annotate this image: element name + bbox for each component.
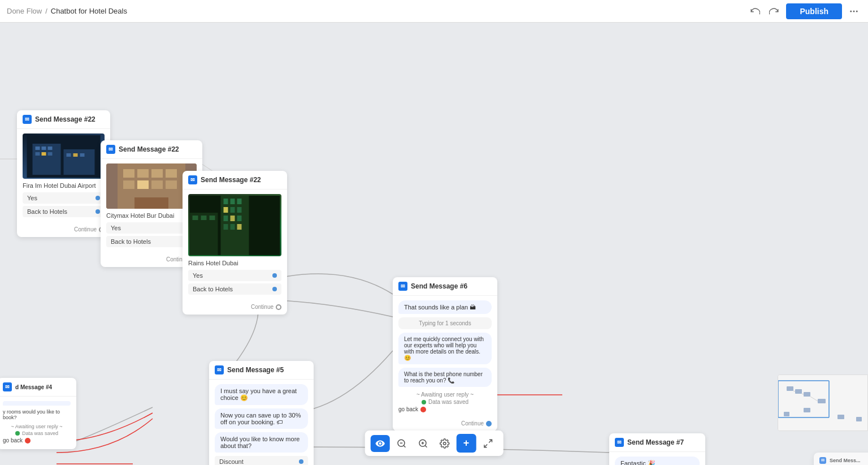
message-2-6: Let me quickly connect you with our expe… (398, 333, 492, 364)
node-header-5: ✉ Send Message #5 (209, 361, 314, 380)
svg-rect-21 (137, 169, 149, 178)
go-back-button-6[interactable]: go back (398, 405, 492, 414)
node-header: ✉ d Message #4 (0, 378, 76, 397)
hotel-building-svg (23, 135, 105, 178)
undo-button[interactable] (748, 4, 762, 19)
svg-line-61 (403, 445, 405, 447)
node-send-message-4: ✉ d Message #4 y rooms would you like to… (0, 378, 76, 449)
green-dot-icon (15, 431, 20, 436)
minimap (778, 374, 868, 431)
discount-button-5[interactable]: Discount (215, 456, 308, 465)
svg-rect-46 (210, 216, 215, 220)
msg5-3: Would you like to know more about that? (215, 432, 308, 453)
more-options-button[interactable] (847, 4, 861, 19)
svg-rect-45 (201, 216, 207, 220)
svg-rect-31 (224, 199, 228, 204)
node-sub-message: y rooms would you like to book? (3, 409, 71, 420)
yes-button-1[interactable]: Yes (23, 192, 105, 204)
continue-dot-6 (486, 421, 492, 427)
node-header-22-3: ✉ Send Message #22 (183, 171, 287, 190)
continue-label-6: Continue (461, 420, 484, 427)
yes-button-3[interactable]: Yes (188, 270, 281, 281)
node-send-message-5: ✉ Send Message #5 I must say you have a … (209, 361, 314, 465)
svg-rect-22 (151, 169, 163, 178)
node-send-message-22-3: ✉ Send Message #22 (183, 171, 287, 315)
svg-rect-25 (137, 180, 149, 189)
view-button[interactable] (371, 435, 390, 452)
svg-rect-11 (48, 147, 53, 150)
canvas[interactable]: ✉ d Message #4 y rooms would you like to… (0, 23, 868, 465)
partial-node-icon: ✉ (819, 457, 826, 464)
node-title: d Message #4 (15, 384, 52, 390)
data-saved-dot-6 (422, 400, 426, 404)
svg-line-64 (425, 445, 427, 447)
node-title-5: Send Message #5 (227, 366, 284, 374)
svg-rect-33 (237, 199, 242, 204)
go-back-dot-icon (25, 438, 31, 444)
back-to-hotels-button-3[interactable]: Back to Hotels (188, 283, 281, 295)
redo-button[interactable] (767, 4, 782, 19)
data-saved-label-6: Data was saved (428, 399, 468, 405)
svg-rect-55 (856, 417, 862, 421)
continue-label-3: Continue (251, 304, 274, 310)
node-icon-6: ✉ (398, 282, 407, 291)
node-icon-22-1: ✉ (23, 115, 32, 124)
hotel-image-1 (23, 134, 105, 179)
svg-rect-34 (224, 207, 228, 213)
node-send-message-partial: ✉ Send Mess... (814, 453, 868, 465)
svg-rect-16 (73, 153, 78, 157)
svg-point-2 (856, 10, 858, 12)
node-icon-22-3: ✉ (188, 175, 197, 184)
back-to-hotels-button-1[interactable]: Back to Hotels (23, 206, 105, 217)
svg-rect-15 (67, 153, 71, 157)
node-header-6: ✉ Send Message #6 (393, 277, 497, 296)
node-footer-6: Continue (393, 418, 497, 431)
expand-button[interactable] (478, 435, 497, 452)
add-node-button[interactable]: + (457, 434, 476, 453)
hotel-building-svg-3 (188, 196, 281, 255)
svg-rect-35 (231, 207, 235, 213)
node-header-7: ✉ Send Message #7 (609, 433, 705, 452)
continue-label-1: Continue (74, 226, 97, 232)
svg-rect-53 (784, 412, 789, 416)
message-3-6: What is the best phone number to reach y… (398, 368, 492, 387)
svg-rect-49 (795, 389, 802, 394)
svg-rect-24 (123, 180, 134, 189)
settings-button[interactable] (435, 435, 454, 452)
publish-button[interactable]: Publish (786, 3, 842, 19)
node-type-icon: ✉ (3, 382, 12, 391)
node-title-22-2: Send Message #22 (119, 145, 179, 153)
node-body-7: Fantastic 🎉 Typing for 1 seconds (609, 452, 705, 465)
node-icon-22-2: ✉ (106, 145, 115, 154)
svg-rect-8 (64, 149, 95, 175)
svg-rect-9 (36, 147, 40, 150)
node-body-22-3: Rains Hotel Dubai Yes Back to Hotels (183, 190, 287, 302)
msg5-1: I must say you have a great choice 😊 (215, 384, 308, 405)
go-back-label: go back (3, 437, 23, 444)
message-1-6: That sounds like a plan 🏔 (398, 300, 492, 314)
svg-rect-48 (787, 386, 793, 391)
zoom-in-button[interactable] (414, 435, 433, 452)
svg-rect-54 (837, 415, 844, 419)
discount-dot (299, 459, 303, 464)
back-to-hotels-dot-3 (272, 287, 277, 291)
node-footer-22-1: Continue (17, 224, 110, 237)
node-send-message-22-1: ✉ Send Message #22 (17, 110, 110, 237)
node-title-22-3: Send Message #22 (201, 176, 261, 184)
node-title-7: Send Message #7 (627, 438, 684, 446)
back-to-hotels-label-3: Back to Hotels (193, 286, 233, 292)
data-saved-indicator: Data was saved (3, 430, 71, 436)
discount-label: Discount (219, 458, 244, 465)
svg-point-0 (850, 10, 852, 12)
svg-rect-52 (804, 408, 810, 412)
svg-rect-37 (224, 216, 228, 221)
svg-rect-50 (804, 392, 810, 397)
node-footer-22-3: Continue (183, 302, 287, 315)
svg-rect-38 (231, 216, 235, 221)
svg-rect-17 (80, 153, 85, 157)
hotel-image-3 (188, 194, 281, 256)
zoom-out-button[interactable] (392, 435, 411, 452)
node-icon-5: ✉ (215, 365, 224, 374)
breadcrumb: Done Flow / Chatbot for Hotel Deals (7, 7, 127, 15)
go-back-button[interactable]: go back (3, 436, 71, 445)
